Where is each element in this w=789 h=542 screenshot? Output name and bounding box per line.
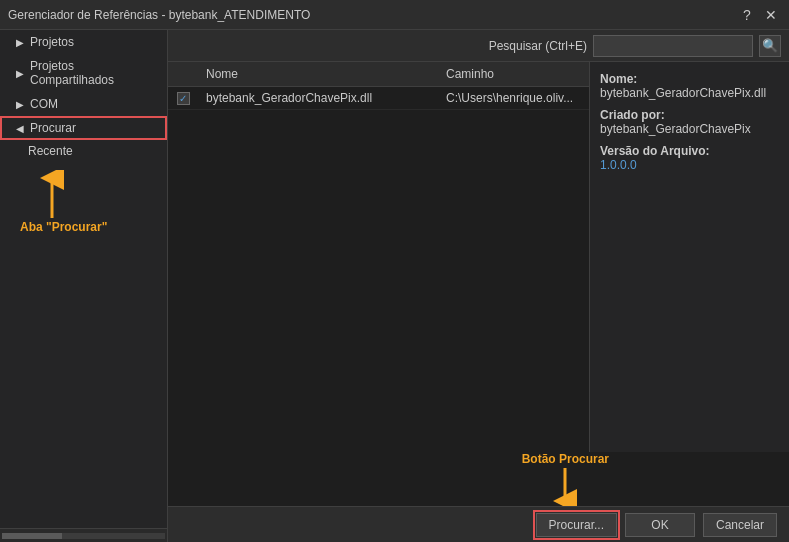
content-split: Nome Caminho ✓ bytebank_GeradorChavePix.…: [168, 62, 789, 452]
info-version-value: 1.0.0.0: [600, 158, 779, 172]
browse-button[interactable]: Procurar...: [536, 513, 617, 537]
ok-button[interactable]: OK: [625, 513, 695, 537]
row-checkbox[interactable]: ✓: [177, 92, 190, 105]
table-row[interactable]: ✓ bytebank_GeradorChavePix.dll C:\Users\…: [168, 87, 589, 110]
cancel-button[interactable]: Cancelar: [703, 513, 777, 537]
col-header-path: Caminho: [438, 62, 589, 86]
sidebar-item-com[interactable]: ▶ COM: [0, 92, 167, 116]
sidebar-item-procurar[interactable]: ◀ Procurar: [0, 116, 167, 140]
info-name-value: bytebank_GeradorChavePix.dll: [600, 86, 779, 100]
scrollbar-thumb[interactable]: [2, 533, 62, 539]
search-bar: Pesquisar (Ctrl+E) 🔍: [168, 30, 789, 62]
botao-annotation-label: Botão Procurar: [522, 452, 609, 466]
col-header-name: Nome: [198, 62, 438, 86]
sidebar-item-projetos-compartilhados[interactable]: ▶ Projetos Compartilhados: [0, 54, 167, 92]
sidebar-item-com-label: COM: [30, 97, 58, 111]
sidebar-item-projetos-label: Projetos: [30, 35, 74, 49]
botao-annotation-area: Botão Procurar: [168, 452, 789, 506]
projetos-compartilhados-arrow: ▶: [16, 68, 24, 79]
info-created-value: bytebank_GeradorChavePix: [600, 122, 779, 136]
sidebar-item-recente-label: Recente: [28, 144, 73, 158]
title-bar: Gerenciador de Referências - bytebank_AT…: [0, 0, 789, 30]
info-created-label: Criado por:: [600, 108, 779, 122]
procurar-arrow: ◀: [16, 123, 24, 134]
sidebar-item-procurar-label: Procurar: [30, 121, 76, 135]
info-name-label: Nome:: [600, 72, 779, 86]
sidebar: ▶ Projetos ▶ Projetos Compartilhados ▶ C…: [0, 30, 168, 542]
search-label: Pesquisar (Ctrl+E): [489, 39, 587, 53]
info-version-label: Versão do Arquivo:: [600, 144, 779, 158]
scrollbar-track[interactable]: [2, 533, 165, 539]
com-arrow: ▶: [16, 99, 24, 110]
search-input[interactable]: [593, 35, 753, 57]
row-path: C:\Users\henrique.oliv...: [438, 87, 589, 109]
bottom-bar: Procurar... OK Cancelar: [168, 506, 789, 542]
table-header: Nome Caminho: [168, 62, 589, 87]
window-title: Gerenciador de Referências - bytebank_AT…: [8, 8, 310, 22]
main-area: ▶ Projetos ▶ Projetos Compartilhados ▶ C…: [0, 30, 789, 542]
annotation-arrow-svg: [32, 170, 72, 220]
annotation-procurar: Aba "Procurar": [0, 166, 167, 238]
info-panel: Nome: bytebank_GeradorChavePix.dll Criad…: [589, 62, 789, 452]
sidebar-item-projetos[interactable]: ▶ Projetos: [0, 30, 167, 54]
botao-arrow-svg: [550, 466, 580, 506]
sidebar-item-projetos-compartilhados-label: Projetos Compartilhados: [30, 59, 159, 87]
col-header-check: [168, 62, 198, 86]
help-button[interactable]: ?: [737, 5, 757, 25]
annotation-procurar-label: Aba "Procurar": [20, 220, 107, 234]
row-checkbox-cell[interactable]: ✓: [168, 92, 198, 105]
bottom-area: Botão Procurar Procurar... OK Cancela: [168, 452, 789, 542]
sidebar-scrollbar[interactable]: [0, 528, 167, 542]
projetos-arrow: ▶: [16, 37, 24, 48]
right-panel: Pesquisar (Ctrl+E) 🔍 Nome Caminho ✓ byte…: [168, 30, 789, 542]
title-bar-controls: ? ✕: [737, 5, 781, 25]
references-table: Nome Caminho ✓ bytebank_GeradorChavePix.…: [168, 62, 589, 452]
search-button[interactable]: 🔍: [759, 35, 781, 57]
sidebar-item-recente[interactable]: Recente: [0, 140, 167, 162]
botao-annotation: Botão Procurar: [522, 452, 609, 506]
row-name: bytebank_GeradorChavePix.dll: [198, 87, 438, 109]
close-button[interactable]: ✕: [761, 5, 781, 25]
